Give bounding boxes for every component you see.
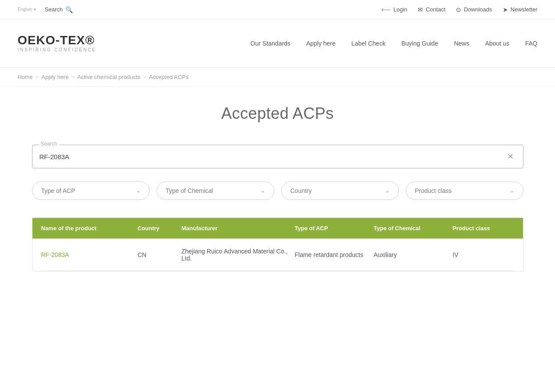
search-box: ✕ — [32, 145, 523, 168]
top-bar: English ▾ Search 🔍 ⟵ Login ✉ Contact ⊙ D… — [0, 0, 555, 19]
filter-type-of-acp-label: Type of ACP — [41, 187, 75, 194]
filters-row: Type of ACP ⌄ Type of Chemical ⌄ Country… — [32, 182, 523, 200]
nav-apply-here[interactable]: Apply here — [306, 38, 336, 49]
filter-country-label: Country — [290, 187, 312, 194]
nav-buying-guide[interactable]: Buying Guide — [401, 38, 438, 49]
th-product-class: Product class — [453, 225, 514, 232]
contact-link[interactable]: ✉ Contact — [418, 6, 445, 13]
filter-country[interactable]: Country ⌄ — [281, 182, 399, 200]
chevron-down-icon-country: ⌄ — [385, 188, 390, 194]
login-icon: ⟵ — [381, 6, 391, 14]
table-row[interactable]: RF-2083A CN Zhejiang Ruico Advanced Mate… — [32, 239, 523, 271]
logo: OEKO-TEX® INSPIRING CONFIDENCE — [18, 34, 97, 52]
results-table: Name of the product Country Manufacturer… — [32, 217, 523, 271]
th-manufacturer: Manufacturer — [182, 225, 295, 232]
filter-type-of-chemical[interactable]: Type of Chemical ⌄ — [157, 182, 274, 200]
table-row-divider — [41, 271, 514, 271]
filter-product-class[interactable]: Product class ⌄ — [406, 182, 523, 200]
td-type-of-chemical: Auxiliary — [374, 251, 453, 258]
nav-faq[interactable]: FAQ — [525, 38, 537, 49]
breadcrumb-sep-3: > — [143, 74, 147, 80]
clear-search-button[interactable]: ✕ — [505, 151, 516, 162]
product-name-link[interactable]: RF-2083A — [41, 251, 69, 258]
page-title: Accepted ACPs — [32, 104, 523, 123]
filter-type-of-chemical-label: Type of Chemical — [166, 187, 213, 194]
td-manufacturer: Zhejiang Ruico Advanced Material Co., Lt… — [182, 248, 295, 262]
breadcrumb-active-chemical[interactable]: Active chemical products — [77, 74, 140, 80]
page-content: Accepted ACPs Search ✕ Type of ACP ⌄ Typ… — [14, 87, 541, 298]
th-type-of-acp: Type of ACP — [295, 225, 374, 232]
logo-sub: INSPIRING CONFIDENCE — [18, 47, 97, 52]
downloads-link[interactable]: ⊙ Downloads — [456, 6, 492, 13]
filter-product-class-label: Product class — [415, 187, 452, 194]
th-name: Name of the product — [41, 225, 138, 232]
nav-news[interactable]: News — [454, 38, 469, 49]
search-input[interactable] — [39, 153, 505, 160]
newsletter-link[interactable]: ➤ Newsletter — [503, 6, 537, 13]
breadcrumb-sep-1: > — [36, 74, 39, 80]
breadcrumb-home[interactable]: Home — [18, 74, 33, 80]
nav-our-standards[interactable]: Our Standards — [251, 38, 290, 49]
th-country: Country — [138, 225, 182, 232]
search-top[interactable]: Search 🔍 — [45, 6, 73, 13]
breadcrumb-sep-2: > — [71, 74, 75, 80]
breadcrumb-apply-here[interactable]: Apply here — [41, 74, 68, 80]
language-label: English — [18, 7, 32, 12]
newsletter-icon: ➤ — [503, 6, 508, 13]
filter-type-of-acp[interactable]: Type of ACP ⌄ — [32, 182, 150, 200]
nav-label-check[interactable]: Label Check — [351, 38, 386, 49]
td-type-of-acp: Flame retardant products — [295, 251, 374, 258]
search-top-label: Search — [45, 6, 63, 13]
header: OEKO-TEX® INSPIRING CONFIDENCE Our Stand… — [0, 19, 555, 68]
td-country: CN — [138, 251, 182, 258]
search-section: Search ✕ — [32, 145, 523, 168]
th-type-of-chemical: Type of Chemical — [374, 225, 453, 232]
envelope-icon: ✉ — [418, 6, 423, 13]
language-selector[interactable]: English ▾ — [18, 7, 36, 12]
search-field-label: Search — [39, 141, 59, 147]
main-nav: Our Standards Apply here Label Check Buy… — [251, 38, 537, 49]
language-arrow: ▾ — [34, 7, 36, 12]
download-icon: ⊙ — [456, 6, 461, 13]
search-icon: 🔍 — [65, 6, 73, 13]
chevron-down-icon-chemical: ⌄ — [261, 188, 265, 194]
login-link[interactable]: ⟵ Login — [381, 6, 408, 14]
td-product-name: RF-2083A — [41, 251, 138, 258]
td-product-class: IV — [453, 251, 514, 258]
chevron-down-icon-product-class: ⌄ — [510, 188, 514, 194]
breadcrumb-current: Accepted ACPs — [149, 74, 188, 80]
nav-about-us[interactable]: About us — [485, 38, 509, 49]
chevron-down-icon-acp: ⌄ — [136, 188, 140, 194]
logo-text: OEKO-TEX® — [18, 34, 97, 46]
table-header: Name of the product Country Manufacturer… — [32, 218, 523, 239]
breadcrumb: Home > Apply here > Active chemical prod… — [0, 68, 555, 87]
